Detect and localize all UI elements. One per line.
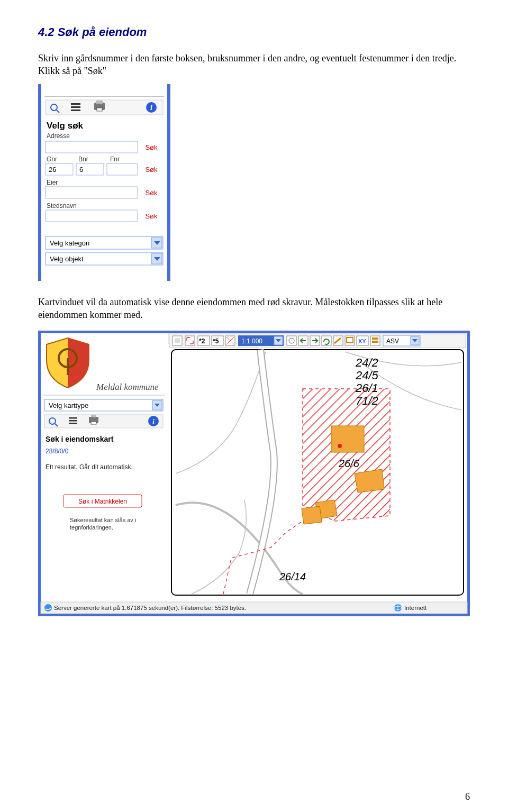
svg-rect-1	[167, 84, 170, 281]
measure-area-icon[interactable]	[345, 336, 355, 345]
sok-link-stedsnavn[interactable]: Søk	[145, 212, 158, 220]
svg-rect-37	[69, 420, 77, 422]
back-icon[interactable]	[298, 336, 308, 345]
zoom-5x-icon[interactable]: *5	[212, 336, 223, 345]
search-panel-figure: i Velg søk Adresse Søk Gnr Bnr Fnr 26 6 …	[38, 84, 470, 281]
svg-text:ASV: ASV	[386, 337, 399, 345]
svg-marker-80	[303, 389, 390, 521]
svg-text:6: 6	[79, 166, 83, 174]
coord-select[interactable]: ASV	[383, 335, 420, 346]
label-bnr: Bnr	[78, 156, 88, 163]
matrikkel-button[interactable]: Søk i Matrikkelen	[64, 495, 142, 507]
svg-rect-40	[91, 415, 96, 417]
svg-rect-41	[91, 422, 96, 424]
parcel-label: 26/1	[355, 381, 378, 395]
svg-text:Velg karttype: Velg karttype	[49, 402, 88, 409]
panel-heading: Velg søk	[47, 121, 84, 131]
parcel-label: 71/2	[356, 394, 378, 407]
list-icon[interactable]	[69, 417, 77, 424]
input-adresse[interactable]	[46, 141, 138, 153]
map-toolbar: *2 *5 1:1 000 XY	[169, 334, 466, 348]
svg-rect-14	[97, 108, 102, 111]
input-fnr[interactable]	[107, 163, 138, 175]
svg-rect-74	[372, 341, 378, 343]
svg-rect-36	[69, 417, 77, 419]
label-eier: Eier	[47, 179, 58, 186]
svg-text:XY: XY	[358, 338, 366, 344]
svg-rect-10	[71, 106, 80, 108]
parcel-26-14: 26/14	[279, 571, 306, 582]
recenter-icon[interactable]	[225, 336, 235, 345]
parcel-label: 24/2	[355, 356, 378, 369]
svg-rect-5	[44, 96, 164, 97]
svg-rect-49	[175, 338, 180, 343]
svg-rect-4	[44, 87, 164, 97]
forward-icon[interactable]	[310, 336, 320, 345]
map-window-figure: Meldal kommune Velg karttype i	[38, 331, 470, 616]
select-kategori[interactable]: Velg kategori	[46, 236, 163, 249]
info-icon[interactable]: i	[146, 102, 157, 113]
sok-link-gnr[interactable]: Søk	[145, 166, 158, 174]
label-fnr: Fnr	[110, 156, 120, 163]
map-canvas[interactable]: 26/14 26/6 24/2 24/5 26/1	[171, 350, 464, 595]
svg-rect-11	[71, 110, 80, 111]
select-karttype[interactable]: Velg karttype	[44, 399, 163, 411]
scale-select[interactable]: 1:1 000	[238, 335, 284, 346]
svg-text:i: i	[152, 417, 155, 425]
zoom-window-icon[interactable]	[185, 336, 195, 345]
parcel-26-6: 26/6	[338, 458, 360, 469]
info-icon[interactable]: i	[148, 416, 159, 426]
parcel-label: 24/5	[355, 369, 379, 382]
layers-icon[interactable]	[370, 336, 380, 345]
svg-text:Velg kategori: Velg kategori	[50, 239, 89, 247]
select-objekt[interactable]: Velg objekt	[46, 252, 163, 265]
input-stedsnavn[interactable]	[46, 210, 138, 222]
svg-rect-13	[96, 101, 103, 104]
map-window-svg: Meldal kommune Velg karttype i	[38, 331, 470, 616]
svg-text:1:1 000: 1:1 000	[241, 337, 262, 345]
list-icon[interactable]	[71, 103, 80, 111]
svg-rect-0	[38, 84, 41, 281]
page-number: 6	[465, 791, 470, 802]
side-title: Søk i eiendomskart	[46, 435, 114, 443]
refresh-icon[interactable]	[322, 336, 331, 345]
svg-rect-62	[287, 336, 296, 345]
input-eier[interactable]	[46, 187, 138, 198]
pan-icon[interactable]	[287, 336, 296, 345]
status-right: Internett	[404, 605, 427, 611]
svg-rect-38	[69, 423, 77, 424]
side-sub-link[interactable]: 28/8/0/0	[46, 448, 69, 455]
measure-line-icon[interactable]	[333, 336, 343, 345]
svg-point-82	[338, 444, 342, 448]
svg-rect-81	[331, 426, 364, 452]
xy-icon[interactable]: XY	[357, 336, 368, 345]
side-result: Ett resultat. Går dit automatisk.	[46, 463, 133, 471]
svg-text:*2: *2	[199, 337, 205, 345]
label-stedsnavn: Stedsnavn	[47, 202, 77, 209]
ie-icon	[44, 604, 52, 612]
search-panel-svg: i Velg søk Adresse Søk Gnr Bnr Fnr 26 6 …	[38, 84, 170, 281]
zoom-extent-icon[interactable]	[173, 336, 182, 345]
svg-text:i: i	[150, 104, 152, 112]
para-1: Skriv inn gårdsnummer i den første bokse…	[38, 52, 470, 78]
svg-marker-83	[355, 469, 384, 492]
zoom-2x-icon[interactable]: *2	[198, 336, 210, 345]
para-2: Kartvinduet vil da automatisk vise denne…	[38, 296, 470, 322]
svg-rect-9	[71, 103, 80, 105]
internet-icon	[394, 604, 402, 612]
svg-text:Søk i Matrikkelen: Søk i Matrikkelen	[78, 498, 127, 505]
label-adresse: Adresse	[47, 132, 70, 140]
label-gnr: Gnr	[47, 156, 57, 163]
section-title: 4.2 Søk på eiendom	[38, 25, 470, 39]
svg-rect-33	[44, 414, 163, 428]
kommune-name: Meldal kommune	[96, 382, 159, 392]
sok-link-eier[interactable]: Søk	[145, 189, 158, 197]
svg-text:26: 26	[49, 166, 56, 174]
status-text: Server genererte kart på 1.671875 sekund…	[54, 605, 246, 611]
svg-text:Velg objekt: Velg objekt	[50, 255, 84, 263]
sok-link-adresse[interactable]: Søk	[145, 143, 158, 151]
svg-marker-85	[302, 506, 322, 524]
svg-text:*5: *5	[213, 337, 219, 345]
svg-rect-73	[372, 337, 378, 340]
